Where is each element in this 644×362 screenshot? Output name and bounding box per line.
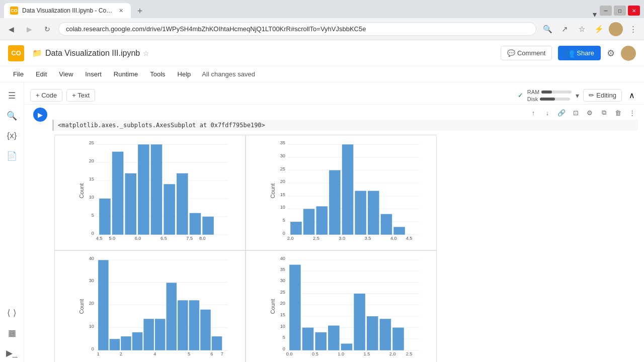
editing-button[interactable]: ✏ Editing [583,89,622,102]
move-up-button[interactable]: ↑ [527,107,539,119]
share-button[interactable]: 👥 Share [558,46,601,60]
sidebar-expand-icon[interactable]: ⟨ ⟩ [3,304,21,322]
svg-rect-18 [164,184,175,235]
sidebar-table-icon[interactable]: ▦ [3,324,21,342]
svg-rect-16 [138,144,149,234]
copy-cell-button[interactable]: ⧉ [598,107,610,119]
svg-text:5.0: 5.0 [109,236,115,240]
menu-button[interactable]: ⋮ [626,22,640,36]
add-code-button[interactable]: + Code [30,89,62,102]
svg-text:15: 15 [280,192,285,197]
more-cell-button[interactable]: ⋮ [626,107,638,119]
sidebar-menu-icon[interactable]: ☰ [3,86,21,105]
svg-text:2: 2 [120,351,122,355]
comment-icon: 💬 [507,49,515,57]
settings-button[interactable]: ⚙ [607,48,615,59]
new-tab-button[interactable]: + [133,4,147,18]
bookmark-button[interactable]: ☆ [575,22,589,36]
menu-view[interactable]: View [54,68,78,80]
svg-text:4.0: 4.0 [390,236,397,240]
svg-rect-48 [316,206,328,234]
profile-button[interactable] [609,22,623,36]
search-icon-button[interactable]: 🔍 [540,22,554,36]
minimize-button[interactable]: ─ [600,6,612,16]
url-text: colab.research.google.com/drive/1WPySH4m… [66,25,366,33]
mirror-button[interactable]: ⊡ [570,107,582,119]
sidebar-search-icon[interactable]: 🔍 [3,107,21,125]
add-text-button[interactable]: + Text [66,89,95,102]
menu-edit[interactable]: Edit [31,68,52,80]
menu-insert[interactable]: Insert [80,68,107,80]
svg-rect-118 [392,328,404,350]
browser-titlebar: CO Data Visualization III.ipynb - Col… ✕… [0,0,644,18]
sidebar-code-icon[interactable]: {x} [3,127,21,145]
share-page-button[interactable]: ↗ [557,22,572,36]
svg-text:2.5: 2.5 [313,236,319,240]
svg-text:10: 10 [89,195,94,200]
svg-rect-113 [328,326,340,350]
close-button[interactable]: ✕ [628,6,640,16]
extensions-button[interactable]: ⚡ [592,22,606,36]
sidebar-files-icon[interactable]: 📄 [3,147,21,165]
cell-output-text: <matplotlib.axes._subplots.AxesSubplot a… [52,120,638,131]
star-icon[interactable]: ☆ [143,49,149,57]
menu-file[interactable]: File [8,68,29,80]
comment-button[interactable]: 💬 Comment [501,46,552,60]
svg-rect-19 [177,173,188,235]
tab-close-button[interactable]: ✕ [117,7,125,15]
notebook-area: ☰ 🔍 {x} 📄 ⟨ ⟩ ▦ ▶_ + Code + Text ✓ [0,82,644,362]
charts-output: Count 0 5 10 15 20 25 [52,133,638,362]
svg-rect-17 [151,144,163,234]
svg-text:Count: Count [78,183,85,199]
delete-cell-button[interactable]: 🗑 [612,107,624,119]
menu-help[interactable]: Help [173,68,196,80]
svg-rect-75 [121,336,131,350]
refresh-button[interactable]: ↻ [40,22,54,36]
back-button[interactable]: ◀ [4,22,18,36]
svg-rect-78 [155,319,166,350]
svg-text:Count: Count [270,183,276,199]
disk-bar-bg [540,98,570,101]
svg-rect-73 [98,260,109,350]
autosave-status: All changes saved [202,70,255,78]
svg-text:0: 0 [283,231,285,236]
svg-rect-50 [342,144,354,234]
svg-rect-21 [202,217,214,235]
address-bar[interactable]: colab.research.google.com/drive/1WPySH4m… [58,22,536,36]
cell-toolbar: + Code + Text ✓ RAM [24,86,644,105]
svg-text:6.5: 6.5 [160,236,167,240]
maximize-button[interactable]: □ [614,6,626,16]
window-controls: ─ □ ✕ [600,6,640,16]
ram-label: RAM [527,89,539,95]
resource-dropdown-button[interactable]: ▾ [576,92,579,100]
run-cell-button[interactable]: ▶ [33,108,47,122]
move-down-button[interactable]: ↓ [541,107,553,119]
tab-favicon: CO [10,7,18,15]
notebook-content: + Code + Text ✓ RAM [24,82,644,362]
pencil-icon: ✏ [589,92,594,99]
notebook-title[interactable]: Data Visualization III.ipynb [45,49,140,58]
svg-rect-116 [367,316,378,350]
svg-text:15: 15 [89,176,94,182]
ram-disk-indicator: ✓ RAM Disk [518,89,579,102]
settings-cell-button[interactable]: ⚙ [584,107,596,119]
chart-sepal-length: Count 0 5 10 15 20 25 [54,135,246,250]
menu-runtime[interactable]: Runtime [109,68,143,80]
svg-text:5: 5 [92,213,94,218]
svg-rect-79 [167,283,177,350]
collapse-button[interactable]: ∧ [626,89,638,102]
menu-tools[interactable]: Tools [145,68,170,80]
active-tab[interactable]: CO Data Visualization III.ipynb - Col… ✕ [4,3,131,18]
svg-rect-83 [212,336,222,350]
petal-length-chart: Count 0 10 20 30 40 [75,255,237,355]
link-cell-button[interactable]: 🔗 [555,107,568,119]
svg-text:40: 40 [280,256,285,261]
svg-text:25: 25 [280,290,285,295]
user-avatar[interactable] [621,46,636,61]
forward-button[interactable]: ▶ [22,22,36,36]
header-right: 💬 Comment 👥 Share ⚙ [501,46,636,61]
tab-dropdown-button[interactable]: ▾ [590,10,600,18]
colab-header: CO 📁 Data Visualization III.ipynb ☆ 💬 Co… [0,40,644,66]
svg-rect-111 [302,328,314,350]
sidebar-terminal-icon[interactable]: ▶_ [3,344,21,362]
